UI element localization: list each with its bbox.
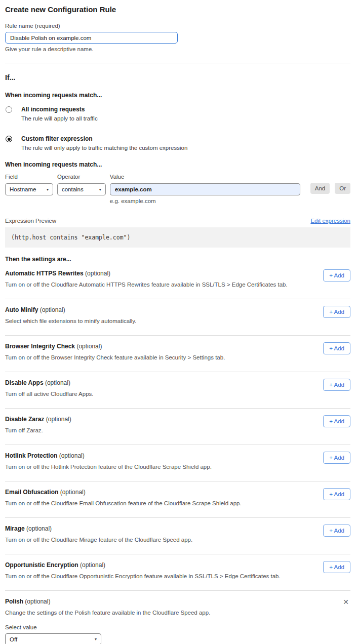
add-setting-button[interactable]: + Add <box>323 342 350 354</box>
setting-title: Browser Integrity Check (optional) <box>5 343 350 350</box>
radio-option-label: Custom filter expression <box>21 135 187 142</box>
setting-title: Automatic HTTPS Rewrites (optional) <box>5 270 350 277</box>
setting-title: Mirage (optional) <box>5 525 350 532</box>
setting-title: Auto Minify (optional) <box>5 306 350 313</box>
setting-description: Turn on or off the Browser Integrity Che… <box>5 354 289 360</box>
polish-description: Change the settings of the Polish featur… <box>5 610 289 616</box>
page-title: Create new Configuration Rule <box>5 5 350 14</box>
setting-title: Hotlink Protection (optional) <box>5 452 350 459</box>
radio-option-description: The rule will apply to all traffic <box>21 115 98 122</box>
setting-description: Select which file extensions to minify a… <box>5 318 289 324</box>
radio-option-label: All incoming requests <box>21 106 98 113</box>
add-setting-button[interactable]: + Add <box>323 561 350 573</box>
close-icon[interactable]: ✕ <box>343 598 349 606</box>
radio-selected-icon[interactable] <box>6 136 12 142</box>
expression-preview-code: (http.host contains "example.com") <box>5 227 350 248</box>
setting-description: Turn on or off the Cloudflare Mirage fea… <box>5 537 289 543</box>
operator-select-value: contains <box>62 186 84 192</box>
setting-section-polish: ✕ Polish (optional) Change the settings … <box>5 591 350 644</box>
setting-description: Turn off all active Cloudflare Apps. <box>5 391 289 397</box>
chevron-down-icon: ▾ <box>95 637 97 641</box>
radio-option-custom-filter-expression[interactable]: Custom filter expression The rule will o… <box>5 135 350 151</box>
value-help: e.g. example.com <box>110 198 300 204</box>
add-setting-button[interactable]: + Add <box>323 452 350 464</box>
radio-option-description: The rule will only apply to traffic matc… <box>21 145 187 151</box>
match-type-radio-group: All incoming requests The rule will appl… <box>5 106 350 151</box>
polish-value-select[interactable]: Off ▾ <box>5 633 101 644</box>
setting-row: Automatic HTTPS Rewrites (optional) Turn… <box>5 263 350 299</box>
then-settings-heading: Then the settings are... <box>5 256 350 263</box>
setting-row: Auto Minify (optional) Select which file… <box>5 299 350 336</box>
setting-row: Mirage (optional) Turn on or off the Clo… <box>5 518 350 554</box>
polish-select-label: Select value <box>5 624 350 630</box>
setting-row: Opportunistic Encryption (optional) Turn… <box>5 554 350 591</box>
radio-option-all-incoming-requests[interactable]: All incoming requests The rule will appl… <box>5 106 350 122</box>
add-setting-button[interactable]: + Add <box>323 415 350 427</box>
settings-list: Automatic HTTPS Rewrites (optional) Turn… <box>5 263 350 591</box>
value-label: Value <box>110 174 300 180</box>
rule-name-group: Rule name (required) Give your rule a de… <box>5 23 350 52</box>
setting-description: Turn on or off the Cloudflare Opportunis… <box>5 573 289 579</box>
if-heading: If... <box>5 73 350 82</box>
rule-name-help: Give your rule a descriptive name. <box>5 46 350 52</box>
operator-label: Operator <box>57 174 106 180</box>
and-button[interactable]: And <box>310 183 330 194</box>
setting-title: Disable Apps (optional) <box>5 379 350 386</box>
or-button[interactable]: Or <box>335 183 350 194</box>
setting-row: Disable Zaraz (optional) Turn off Zaraz.… <box>5 409 350 445</box>
create-configuration-rule-page: Create new Configuration Rule Rule name … <box>0 0 357 644</box>
polish-select-value: Off <box>10 636 17 642</box>
filter-expression-row: Field Hostname ▾ Operator contains ▾ Val… <box>5 174 350 204</box>
operator-select[interactable]: contains ▾ <box>57 183 106 195</box>
field-select[interactable]: Hostname ▾ <box>5 183 53 195</box>
setting-description: Turn on or off the Hotlink Protection fe… <box>5 464 289 470</box>
add-setting-button[interactable]: + Add <box>323 269 350 281</box>
incoming-requests-match-label-2: When incoming requests match... <box>5 161 350 168</box>
setting-row: Hotlink Protection (optional) Turn on or… <box>5 445 350 481</box>
section-divider <box>5 63 350 63</box>
polish-title: Polish (optional) <box>5 598 350 605</box>
setting-title: Disable Zaraz (optional) <box>5 416 350 423</box>
edit-expression-link[interactable]: Edit expression <box>310 218 350 224</box>
setting-title: Opportunistic Encryption (optional) <box>5 561 350 569</box>
setting-description: Turn off Zaraz. <box>5 427 289 433</box>
setting-title: Email Obfuscation (optional) <box>5 489 350 496</box>
add-setting-button[interactable]: + Add <box>323 306 350 318</box>
radio-unselected-icon[interactable] <box>6 106 12 113</box>
setting-row: Disable Apps (optional) Turn off all act… <box>5 372 350 409</box>
setting-description: Turn on or off the Cloudflare Automatic … <box>5 281 289 288</box>
setting-description: Turn on or off the Cloudflare Email Obfu… <box>5 500 289 506</box>
field-select-value: Hostname <box>10 186 36 192</box>
field-label: Field <box>5 174 53 180</box>
value-input[interactable] <box>110 183 300 195</box>
rule-name-label: Rule name (required) <box>5 23 350 29</box>
setting-row: Browser Integrity Check (optional) Turn … <box>5 336 350 372</box>
chevron-down-icon: ▾ <box>99 187 101 192</box>
expression-preview-label: Expression Preview <box>5 218 56 224</box>
add-setting-button[interactable]: + Add <box>323 379 350 391</box>
add-setting-button[interactable]: + Add <box>323 488 350 500</box>
expression-preview-header: Expression Preview Edit expression <box>5 218 350 224</box>
incoming-requests-match-label: When incoming requests match... <box>5 92 350 99</box>
rule-name-input[interactable] <box>5 32 178 44</box>
add-setting-button[interactable]: + Add <box>323 525 350 537</box>
setting-row: Email Obfuscation (optional) Turn on or … <box>5 481 350 518</box>
chevron-down-icon: ▾ <box>47 187 49 192</box>
